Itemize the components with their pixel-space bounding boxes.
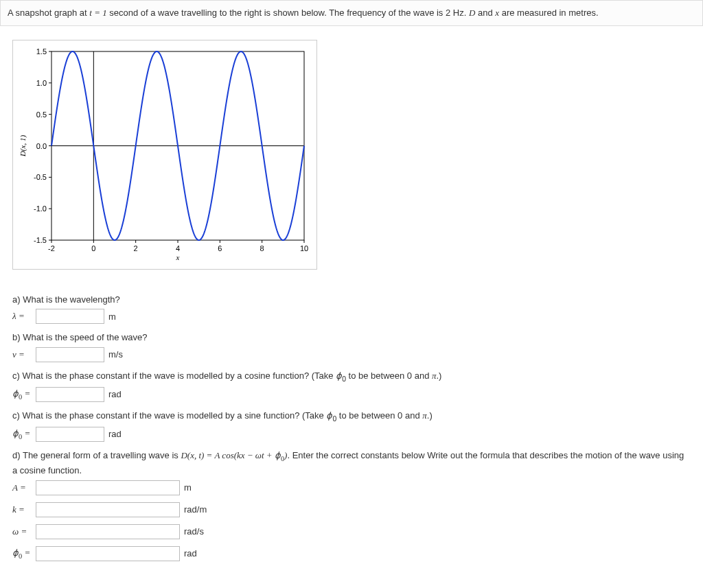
answer-row-phi0: ϕ0 = rad	[12, 546, 691, 561]
answer-row-A: A = m	[12, 480, 691, 495]
answer-row-phi-sin: ϕ0 = rad	[12, 427, 691, 442]
unit-rads: rad/s	[184, 526, 204, 537]
svg-text:0.0: 0.0	[36, 141, 47, 150]
qc2-pre: c) What is the phase constant if the wav…	[12, 410, 326, 421]
omega-input[interactable]	[36, 524, 180, 539]
svg-text:10: 10	[300, 244, 308, 252]
qc2-post: .)	[427, 410, 433, 421]
svg-text:-0.5: -0.5	[34, 173, 47, 181]
problem-intro: A snapshot graph at t = 1 second of a wa…	[0, 0, 703, 26]
answer-row-v: v = m/s	[12, 347, 691, 362]
question-a: a) What is the wavelength?	[12, 293, 691, 307]
phi0-input[interactable]	[36, 546, 180, 561]
unit-rad-3: rad	[184, 548, 197, 558]
qc1-pre: c) What is the phase constant if the wav…	[12, 371, 336, 381]
qc1-and: and	[412, 371, 432, 381]
A-input[interactable]	[36, 480, 180, 495]
unit-m-2: m	[184, 482, 192, 493]
question-b: b) What is the speed of the wave?	[12, 331, 691, 344]
qc2-and: and	[402, 410, 422, 421]
intro-D: D	[469, 8, 475, 18]
k-input[interactable]	[36, 502, 180, 517]
omega-label: ω =	[12, 526, 32, 537]
k-label: k =	[12, 504, 32, 515]
svg-text:1.5: 1.5	[36, 47, 47, 56]
unit-rad-2: rad	[108, 429, 122, 439]
svg-text:-2: -2	[48, 244, 55, 252]
svg-text:D(x, 1): D(x, 1)	[19, 134, 27, 156]
phi-cos-label: ϕ0 =	[12, 388, 32, 401]
question-d: d) The general form of a travelling wave…	[12, 449, 691, 478]
svg-text:2: 2	[134, 244, 138, 252]
svg-text:4: 4	[176, 244, 180, 252]
question-c-sin: c) What is the phase constant if the wav…	[12, 409, 691, 424]
lambda-input[interactable]	[36, 309, 104, 324]
qc1-phi: ϕ	[336, 371, 342, 381]
svg-text:x: x	[176, 253, 180, 261]
phi-sin-input[interactable]	[36, 427, 104, 442]
wave-plot-svg: -20246810-1.5-1.0-0.50.00.51.01.5xD(x, 1…	[17, 45, 312, 264]
unit-rad-1: rad	[108, 389, 122, 399]
v-label: v =	[12, 349, 32, 360]
intro-text-3: .	[464, 8, 469, 18]
svg-text:0: 0	[91, 244, 95, 252]
qd-formula: D(x, t) = A cos(kx − ωt + ϕ0)	[181, 450, 287, 460]
svg-text:-1.0: -1.0	[34, 204, 47, 213]
unit-m: m	[108, 311, 116, 322]
unit-ms: m/s	[108, 349, 123, 360]
answer-row-k: k = rad/m	[12, 502, 691, 517]
intro-and: and	[475, 8, 495, 18]
answer-row-omega: ω = rad/s	[12, 524, 691, 539]
svg-text:6: 6	[218, 244, 222, 252]
unit-radm: rad/m	[184, 504, 207, 515]
svg-text:8: 8	[260, 244, 264, 252]
answer-row-lambda: λ = m	[12, 309, 691, 324]
intro-freq: 2 Hz	[446, 8, 464, 18]
phi-cos-input[interactable]	[36, 387, 104, 402]
intro-tail: are measured in metres.	[499, 8, 599, 18]
qc1-mid: to be between	[346, 371, 407, 381]
svg-text:1.0: 1.0	[36, 78, 47, 86]
intro-text-1: A snapshot graph at	[8, 8, 89, 18]
svg-text:-1.5: -1.5	[34, 236, 47, 244]
answer-row-phi-cos: ϕ0 = rad	[12, 387, 691, 402]
A-label: A =	[12, 482, 32, 493]
qc2-mid: to be between	[336, 410, 397, 421]
qc1-zero: 0	[407, 371, 412, 381]
v-input[interactable]	[36, 347, 104, 362]
qd-pre: d) The general form of a travelling wave…	[12, 450, 181, 460]
svg-text:0.5: 0.5	[36, 110, 47, 118]
phi-sin-label: ϕ0 =	[12, 428, 32, 440]
phi0-label: ϕ0 =	[12, 548, 32, 560]
intro-t-expr: t = 1	[89, 8, 106, 18]
question-c-cos: c) What is the phase constant if the wav…	[12, 369, 691, 384]
wave-snapshot-chart: -20246810-1.5-1.0-0.50.00.51.01.5xD(x, 1…	[12, 40, 317, 270]
qc1-post: .)	[437, 371, 442, 381]
intro-text-2: second of a wave travelling to the right…	[107, 8, 446, 18]
lambda-label: λ =	[12, 311, 32, 322]
